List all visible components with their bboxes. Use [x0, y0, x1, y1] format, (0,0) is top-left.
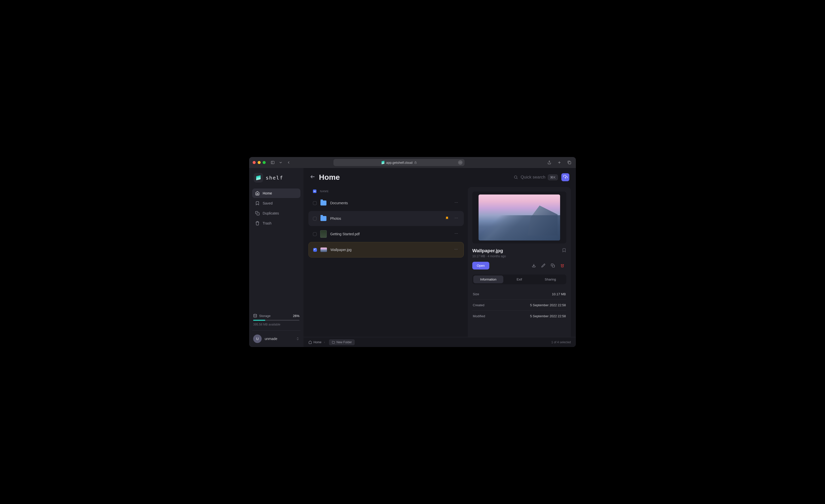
download-icon [532, 263, 536, 267]
url-text: app.getshelf.cloud [386, 161, 413, 165]
minimize-window-icon[interactable] [258, 161, 260, 164]
svg-point-18 [457, 218, 458, 218]
bookmark-tag-icon [445, 216, 449, 221]
search-button[interactable]: Quick search ⌘K [514, 174, 558, 180]
tab-sharing[interactable]: Sharing [535, 275, 565, 283]
info-label: Created [473, 303, 484, 307]
file-row[interactable]: Getting Started.pdf [308, 227, 464, 242]
copy-icon [551, 263, 555, 267]
browser-back-icon[interactable] [286, 160, 292, 166]
chevron-down-icon[interactable] [278, 160, 284, 166]
svg-point-10 [514, 176, 517, 178]
storage-label: Storage [259, 314, 271, 318]
url-more-icon[interactable]: ⋯ [458, 160, 462, 165]
tabs-overview-icon[interactable] [566, 160, 572, 166]
new-folder-button[interactable]: New Folder [329, 339, 355, 345]
sidebar-toggle-icon[interactable] [270, 160, 276, 166]
row-more-button[interactable] [453, 199, 459, 206]
info-row: Size10.17 MB [472, 289, 566, 300]
url-bar[interactable]: app.getshelf.cloud ⋯ [333, 159, 464, 166]
more-icon [454, 216, 458, 220]
copy-button[interactable] [549, 261, 557, 269]
svg-point-19 [455, 233, 455, 234]
panel-filename: Wallpaper.jpg [472, 248, 506, 253]
bookmark-icon [255, 201, 260, 205]
row-checkbox[interactable] [313, 232, 317, 236]
lock-icon [414, 161, 417, 164]
upload-button[interactable] [561, 173, 569, 181]
chevron-right-icon: › [324, 340, 325, 344]
file-row[interactable]: Documents [308, 195, 464, 211]
file-row[interactable]: Wallpaper.jpg [308, 242, 464, 257]
site-favicon-icon [381, 161, 385, 164]
sidebar-item-home[interactable]: Home [252, 188, 300, 198]
app-logo[interactable]: shelf [252, 173, 300, 187]
svg-point-16 [455, 218, 455, 218]
bookmark-button[interactable] [562, 248, 566, 253]
back-button[interactable] [310, 174, 315, 180]
storage-percent: 26% [293, 314, 299, 318]
footer: Home › New Folder 1 of 4 selected [303, 337, 576, 347]
svg-rect-7 [257, 213, 259, 215]
storage-widget: Storage 26% 395.58 MB available [252, 314, 300, 326]
preview-image[interactable] [478, 194, 560, 241]
delete-button[interactable] [558, 261, 566, 269]
sidebar-item-duplicates[interactable]: Duplicates [252, 208, 300, 218]
folder-icon [320, 216, 326, 221]
svg-rect-2 [415, 163, 417, 164]
app-name: shelf [266, 175, 283, 181]
info-value: 5 September 2022 22:58 [530, 314, 566, 318]
sort-icon [296, 337, 299, 340]
tab-exif[interactable]: Exif [504, 275, 534, 283]
panel-meta: 10.17 MB · 4 months ago [472, 254, 506, 258]
tab-information[interactable]: Information [473, 275, 503, 283]
sidebar-item-trash[interactable]: Trash [252, 219, 300, 228]
file-list: NAME DocumentsPhotosGetting Started.pdfW… [308, 187, 464, 337]
select-all-checkbox[interactable] [313, 189, 316, 193]
pencil-icon [541, 263, 545, 267]
maximize-window-icon[interactable] [262, 161, 266, 164]
browser-titlebar: app.getshelf.cloud ⋯ [249, 157, 576, 168]
new-tab-icon[interactable] [556, 160, 562, 166]
sidebar-item-saved[interactable]: Saved [252, 198, 300, 208]
page-title: Home [319, 173, 340, 181]
nav-label: Trash [262, 221, 272, 225]
file-name: Documents [330, 201, 450, 205]
row-checkbox[interactable] [313, 217, 317, 221]
breadcrumb-home[interactable]: Home [308, 340, 321, 344]
svg-rect-6 [569, 162, 571, 164]
avatar: U [253, 335, 261, 343]
file-row[interactable]: Photos [308, 211, 464, 226]
nav-label: Duplicates [262, 211, 279, 215]
user-menu[interactable]: U unmade [252, 335, 300, 343]
home-icon [308, 340, 312, 344]
window-controls[interactable] [253, 161, 266, 164]
download-button[interactable] [530, 261, 538, 269]
file-name: Photos [330, 217, 442, 221]
logo-icon [256, 175, 261, 180]
trash-icon [560, 263, 565, 267]
home-icon [255, 191, 260, 195]
row-more-button[interactable] [453, 231, 459, 238]
folder-icon [320, 200, 326, 205]
nav-label: Saved [262, 201, 273, 205]
row-checkbox[interactable] [313, 248, 317, 252]
svg-point-22 [455, 249, 455, 250]
svg-rect-0 [271, 161, 274, 164]
preview-container [472, 191, 566, 244]
nav-label: Home [262, 191, 272, 195]
sidebar: shelf HomeSavedDuplicatesTrash Storage 2… [249, 168, 303, 347]
selection-status: 1 of 4 selected [551, 340, 571, 344]
edit-button[interactable] [539, 261, 547, 269]
image-thumbnail-icon [320, 248, 327, 252]
username: unmade [265, 337, 293, 341]
pdf-thumbnail-icon [320, 230, 327, 238]
share-icon[interactable] [546, 160, 552, 166]
close-window-icon[interactable] [253, 161, 256, 164]
more-icon [454, 200, 458, 204]
storage-icon [253, 314, 257, 318]
row-more-button[interactable] [453, 215, 459, 222]
row-checkbox[interactable] [313, 201, 317, 205]
open-button[interactable]: Open [472, 262, 489, 269]
row-more-button[interactable] [453, 246, 459, 253]
